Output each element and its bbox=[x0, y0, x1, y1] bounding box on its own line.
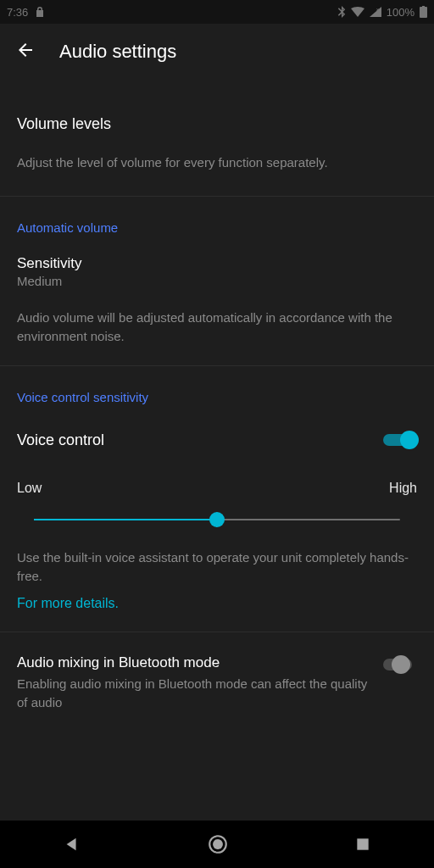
voice-control-desc: Use the built-in voice assistant to oper… bbox=[17, 548, 417, 586]
app-bar: Audio settings bbox=[0, 24, 434, 80]
section-volume-levels[interactable]: Volume levels Adjust the level of volume… bbox=[0, 80, 434, 197]
voice-control-row: Voice control bbox=[17, 430, 417, 450]
section-voice-control: Voice control sensitivity Voice control … bbox=[0, 366, 434, 632]
sensitivity-value: Medium bbox=[17, 274, 417, 288]
slider-low-label: Low bbox=[17, 481, 42, 496]
voice-control-heading: Voice control sensitivity bbox=[17, 390, 417, 404]
section-automatic-volume: Automatic volume Sensitivity Medium Audi… bbox=[0, 197, 434, 367]
wifi-icon bbox=[351, 7, 364, 17]
slider-labels: Low High bbox=[17, 481, 417, 496]
arrow-back-icon bbox=[15, 40, 36, 60]
bluetooth-icon bbox=[337, 6, 346, 18]
sensitivity-slider[interactable] bbox=[17, 511, 417, 528]
automatic-volume-desc: Audio volume will be adjusted automatica… bbox=[17, 309, 417, 346]
automatic-volume-heading: Automatic volume bbox=[17, 220, 417, 235]
volume-levels-desc: Adjust the level of volume for every fun… bbox=[17, 153, 417, 172]
svg-text:x: x bbox=[376, 7, 379, 12]
circle-home-icon bbox=[207, 833, 229, 855]
voice-control-toggle[interactable] bbox=[383, 430, 417, 450]
status-battery-pct: 100% bbox=[387, 6, 415, 19]
nav-back-button[interactable] bbox=[63, 835, 81, 854]
voice-control-title: Voice control bbox=[17, 431, 104, 449]
slider-high-label: High bbox=[389, 481, 417, 496]
svg-rect-3 bbox=[357, 838, 368, 849]
sensitivity-row[interactable]: Sensitivity Medium bbox=[17, 255, 417, 288]
signal-icon: x bbox=[370, 7, 381, 17]
slider-fill bbox=[34, 519, 217, 520]
volume-levels-title: Volume levels bbox=[17, 115, 417, 133]
slider-thumb[interactable] bbox=[209, 512, 225, 527]
sensitivity-title: Sensitivity bbox=[17, 255, 417, 272]
nav-recent-button[interactable] bbox=[354, 836, 371, 853]
battery-icon bbox=[420, 6, 427, 18]
more-details-link[interactable]: For more details. bbox=[17, 596, 119, 611]
status-bar: 7:36 x 100% bbox=[0, 0, 434, 24]
bluetooth-mix-title: Audio mixing in Bluetooth mode bbox=[17, 654, 370, 671]
nav-home-button[interactable] bbox=[207, 833, 229, 855]
status-time: 7:36 bbox=[7, 6, 28, 19]
svg-point-2 bbox=[213, 839, 223, 849]
triangle-back-icon bbox=[63, 835, 81, 854]
square-recent-icon bbox=[354, 836, 371, 853]
page-title: Audio settings bbox=[59, 41, 176, 63]
back-button[interactable] bbox=[15, 40, 36, 64]
bluetooth-mix-toggle[interactable] bbox=[383, 654, 417, 675]
bluetooth-mix-desc: Enabling audio mixing in Bluetooth mode … bbox=[17, 675, 370, 712]
lock-icon bbox=[35, 6, 45, 18]
section-bluetooth-mixing: Audio mixing in Bluetooth mode Enabling … bbox=[0, 632, 434, 734]
system-nav-bar bbox=[0, 821, 434, 868]
